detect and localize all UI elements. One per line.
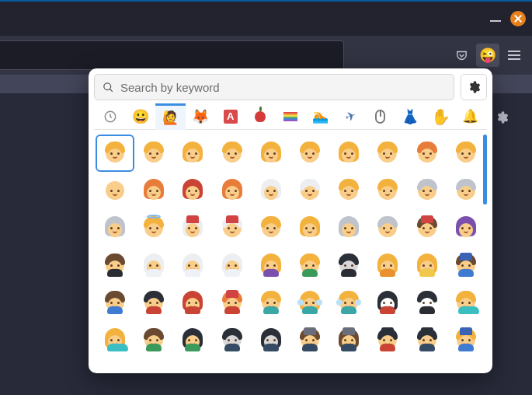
emoji-officer[interactable] [447,321,485,358]
emoji-vampire-w[interactable] [368,284,407,321]
hamburger-icon [508,51,520,60]
window-minimize-button[interactable] [489,12,502,26]
category-tab-clothing[interactable]: 👗 [395,103,426,130]
emoji-woman-headscarf[interactable] [447,209,485,246]
emoji-superhero[interactable] [96,284,134,321]
emoji-guard-bl[interactable] [408,321,447,358]
emoji-extension-button[interactable]: 😜 [476,44,499,67]
emoji-elf-f[interactable] [173,321,212,358]
pocket-button[interactable] [450,44,473,67]
url-bar[interactable] [0,40,344,70]
emoji-picker-panel: Search by keyword 😀🙋🦊A🏊✈👗✋🔔 [89,68,492,373]
category-tab-objects[interactable] [365,103,395,130]
category-tab-activity[interactable]: 🏊 [305,103,336,130]
emoji-woman-red[interactable] [134,172,173,209]
emoji-police[interactable] [447,246,485,284]
emoji-man-white[interactable] [290,172,329,209]
category-tab-travel[interactable]: ✈ [336,103,366,130]
emoji-mage[interactable] [213,284,252,321]
emoji-mother-feed[interactable] [408,246,447,284]
emoji-older-woman[interactable] [96,209,134,246]
emoji-woman-shrug[interactable] [290,209,329,246]
emoji-detective-m[interactable] [290,321,329,358]
emoji-man-blond-2[interactable] [368,135,407,172]
emoji-category-tabs: 😀🙋🦊A🏊✈👗✋🔔 [94,103,487,130]
emoji-person-white[interactable] [213,246,252,284]
emoji-grid [94,133,487,358]
pocket-icon [455,49,468,62]
emoji-zombie-f[interactable] [252,321,290,358]
picker-settings-button[interactable] [461,74,487,100]
emoji-woman-blond-short[interactable] [329,172,368,209]
window-close-button[interactable] [510,11,526,26]
emoji-detective-f[interactable] [329,321,368,358]
emoji-mermaid[interactable] [96,321,134,358]
emoji-vampire-f[interactable] [173,284,212,321]
emoji-santa[interactable] [213,209,252,246]
category-tab-misc[interactable]: 🔔 [455,103,485,130]
emoji-woman-blond-2[interactable] [329,135,368,172]
category-tab-symbols[interactable]: A [215,103,245,130]
emoji-vampire-m[interactable] [134,284,173,321]
emoji-zombie[interactable] [213,321,252,358]
emoji-fairy-2[interactable] [329,284,368,321]
search-placeholder: Search by keyword [120,81,220,94]
emoji-man-gesture[interactable] [252,209,290,246]
emoji-woman-grey[interactable] [329,209,368,246]
emoji-ninja[interactable] [329,246,368,284]
emoji-woman-orange[interactable] [213,172,252,209]
window-titlebar [0,0,532,36]
emoji-worker[interactable] [408,209,447,246]
emoji-older-man[interactable] [447,172,485,209]
category-tab-flags[interactable] [276,103,306,130]
emoji-mrs-claus[interactable] [173,209,212,246]
emoji-search-input[interactable]: Search by keyword [94,74,454,100]
emoji-guard-r[interactable] [368,321,407,358]
emoji-child[interactable] [134,135,173,172]
emoji-fairy[interactable] [290,284,329,321]
emoji-grid-wrap [94,133,487,369]
emoji-woman-blond[interactable] [252,135,290,172]
app-menu-button[interactable] [502,44,526,67]
category-tab-smileys[interactable]: 😀 [126,103,156,130]
emoji-man-tux[interactable] [96,246,134,284]
emoji-mage-wand[interactable] [252,284,290,321]
gear-icon [467,80,481,94]
emoji-mother-baby[interactable] [252,246,290,284]
emoji-man-blond-short[interactable] [368,172,407,209]
emoji-woman-white[interactable] [252,172,290,209]
emoji-woman-kneel[interactable] [368,246,407,284]
emoji-angel[interactable] [134,209,173,246]
emoji-elf[interactable] [134,321,173,358]
emoji-extension-icon: 😜 [479,48,496,62]
emoji-man-red[interactable] [408,135,447,172]
emoji-vampire-bl[interactable] [408,284,447,321]
grid-scrollbar[interactable] [483,135,487,204]
emoji-person-grey[interactable] [408,172,447,209]
emoji-bride[interactable] [134,246,173,284]
emoji-merman[interactable] [447,284,485,321]
category-tab-people[interactable]: 🙋 [155,103,186,130]
emoji-baby[interactable] [96,135,134,172]
emoji-girl[interactable] [173,135,212,172]
gear-icon [495,110,509,124]
category-tab-animals[interactable]: 🦊 [186,103,216,130]
emoji-man-blond-3[interactable] [447,135,485,172]
emoji-man-bald[interactable] [96,172,134,209]
category-tab-food[interactable] [245,103,276,130]
search-icon [103,82,114,93]
emoji-boy[interactable] [213,135,252,172]
emoji-woman-red-2[interactable] [173,172,212,209]
emoji-man-blond[interactable] [290,135,329,172]
emoji-bride-2[interactable] [173,246,212,284]
page-settings-button[interactable] [495,110,509,128]
emoji-man-grey[interactable] [368,209,407,246]
category-tab-body[interactable]: ✋ [426,103,456,130]
category-tab-recent[interactable] [96,103,126,130]
emoji-father-baby[interactable] [290,246,329,284]
